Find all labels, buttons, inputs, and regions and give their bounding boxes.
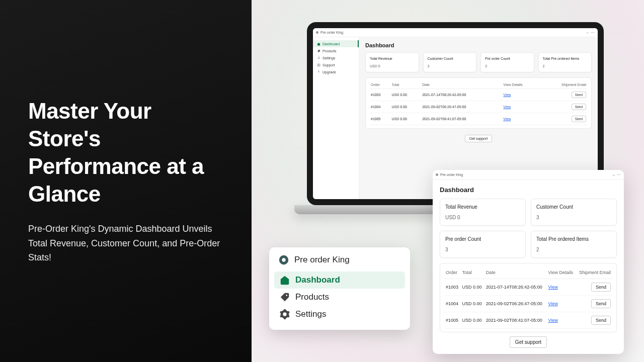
stat-card-preorders: Pre order Count 3 xyxy=(480,52,534,72)
stat-card-items: Total Pre ordered Items 2 xyxy=(538,52,592,72)
cell-date: 2021-09-02T06:26:47-05:00 xyxy=(421,101,502,113)
svg-point-2 xyxy=(318,64,319,65)
stat-card-customers: Customer Count 3 xyxy=(531,199,617,226)
stat-label: Pre order Count xyxy=(485,57,530,60)
stat-value: 3 xyxy=(485,64,530,68)
send-button[interactable]: Send xyxy=(591,316,611,325)
support-icon xyxy=(317,63,320,67)
page-title: Dashboard xyxy=(365,42,592,48)
minimize-icon[interactable]: – xyxy=(613,172,615,177)
cell-date: 2021-07-14T08:26:42-05:00 xyxy=(485,279,547,296)
col-total: Total xyxy=(390,81,421,89)
table-row: #1003 USD 0.00 2021-07-14T08:26:42-05:00… xyxy=(370,89,587,101)
more-icon[interactable]: ⋯ xyxy=(591,30,595,35)
col-date: Date xyxy=(421,81,502,89)
stat-card-revenue: Total Revenue USD 0 xyxy=(440,199,526,226)
orders-table: Order Total Date View Details Shipment E… xyxy=(440,263,617,332)
cell-date: 2021-09-02T06:26:47-05:00 xyxy=(485,296,547,312)
gear-icon xyxy=(279,309,290,320)
cell-order: #1004 xyxy=(370,101,390,113)
app-title: Pre order King xyxy=(440,173,463,176)
col-ship: Shipment Email xyxy=(540,81,587,89)
stat-value: 3 xyxy=(536,215,611,220)
stat-label: Total Revenue xyxy=(370,57,415,60)
send-button[interactable]: Send xyxy=(572,92,586,98)
cell-order: #1005 xyxy=(370,113,390,125)
send-button[interactable]: Send xyxy=(591,283,611,292)
col-order: Order xyxy=(444,266,461,279)
view-link[interactable]: View xyxy=(548,285,558,290)
app-title: Pre order King xyxy=(294,255,350,265)
home-icon xyxy=(317,42,320,46)
stat-value: 3 xyxy=(445,247,520,252)
app-logo-icon xyxy=(436,173,438,176)
showcase-right-panel: Pre order King – ⋯ Dashboard xyxy=(252,0,644,362)
stat-card-preorders: Pre order Count 3 xyxy=(440,231,526,258)
sidebar-item-label: Products xyxy=(323,49,337,53)
app-logo-icon xyxy=(278,254,289,265)
stat-label: Total Pre ordered Items xyxy=(543,57,588,60)
col-view: View Details xyxy=(502,81,540,89)
sidebar-item-label: Settings xyxy=(323,56,335,60)
cell-date: 2021-09-02T08:41:07-05:00 xyxy=(421,113,502,125)
page-title: Dashboard xyxy=(440,186,617,194)
sidebar-item-label: Dashboard xyxy=(323,42,340,46)
app-brand: Pre order King xyxy=(274,254,405,272)
cell-order: #1003 xyxy=(444,279,461,296)
marketing-left-panel: Master Your Store's Performance at a Gla… xyxy=(0,0,252,362)
view-link[interactable]: View xyxy=(503,105,511,109)
table-row: #1004 USD 0.00 2021-09-02T06:26:47-05:00… xyxy=(444,296,612,312)
table-row: #1004 USD 0.00 2021-09-02T06:26:47-05:00… xyxy=(370,101,587,113)
sidebar-item-settings[interactable]: Settings xyxy=(274,306,405,323)
app-titlebar: Pre order King – ⋯ xyxy=(313,28,598,37)
tag-icon xyxy=(317,49,320,53)
sidebar-item-dashboard[interactable]: Dashboard xyxy=(274,272,405,289)
cell-total: USD 0.00 xyxy=(461,296,485,312)
sidebar-item-products[interactable]: Products xyxy=(313,47,359,54)
get-support-button[interactable]: Get support xyxy=(510,336,547,348)
more-icon[interactable]: ⋯ xyxy=(617,172,621,177)
minimize-icon[interactable]: – xyxy=(587,30,589,35)
send-button[interactable]: Send xyxy=(572,104,586,110)
hero-subtitle: Pre-Order King's Dynamic Dashboard Unvei… xyxy=(28,222,223,265)
upgrade-icon xyxy=(317,70,320,74)
table-row: #1005 USD 0.00 2021-09-02T08:41:07-05:00… xyxy=(370,113,587,125)
sidebar-item-label: Dashboard xyxy=(295,275,340,285)
table-row: #1005 USD 0.00 2021-09-02T08:41:07-05:00… xyxy=(444,312,612,329)
svg-point-5 xyxy=(286,295,287,296)
sidebar-item-label: Settings xyxy=(295,309,326,319)
home-icon xyxy=(279,275,290,286)
col-date: Date xyxy=(485,266,547,279)
sidebar-item-support[interactable]: Support xyxy=(313,61,359,68)
sidebar-item-label: Products xyxy=(295,292,329,302)
col-ship: Shipment Email xyxy=(576,266,612,279)
cell-total: USD 0.00 xyxy=(390,101,421,113)
tag-icon xyxy=(279,292,290,303)
sidebar-item-label: Upgrade xyxy=(323,70,336,74)
cell-order: #1005 xyxy=(444,312,461,329)
view-link[interactable]: View xyxy=(503,93,511,97)
sidebar-item-settings[interactable]: Settings xyxy=(313,54,359,61)
col-view: View Details xyxy=(547,266,576,279)
sidebar-item-dashboard[interactable]: Dashboard xyxy=(313,40,359,47)
view-link[interactable]: View xyxy=(548,301,558,306)
svg-point-4 xyxy=(282,258,285,261)
stat-value: 2 xyxy=(543,64,588,68)
app-title: Pre order King xyxy=(320,31,343,34)
stat-value: USD 0 xyxy=(370,64,415,68)
stat-label: Customer Count xyxy=(536,204,611,210)
sidebar-closeup-card: Pre order King Dashboard Products Settin… xyxy=(269,247,410,330)
view-link[interactable]: View xyxy=(548,318,558,323)
view-link[interactable]: View xyxy=(503,117,511,121)
stat-card-items: Total Pre ordered Items 2 xyxy=(531,231,617,258)
send-button[interactable]: Send xyxy=(572,116,586,122)
sidebar-item-products[interactable]: Products xyxy=(274,289,405,306)
send-button[interactable]: Send xyxy=(591,299,611,308)
sidebar-item-upgrade[interactable]: Upgrade xyxy=(313,68,359,75)
cell-order: #1003 xyxy=(370,89,390,101)
get-support-button[interactable]: Get support xyxy=(465,135,493,142)
cell-total: USD 0.00 xyxy=(390,113,421,125)
cell-date: 2021-07-14T08:26:42-05:00 xyxy=(421,89,502,101)
stat-label: Total Revenue xyxy=(445,204,520,210)
hero-title: Master Your Store's Performance at a Gla… xyxy=(28,97,223,208)
